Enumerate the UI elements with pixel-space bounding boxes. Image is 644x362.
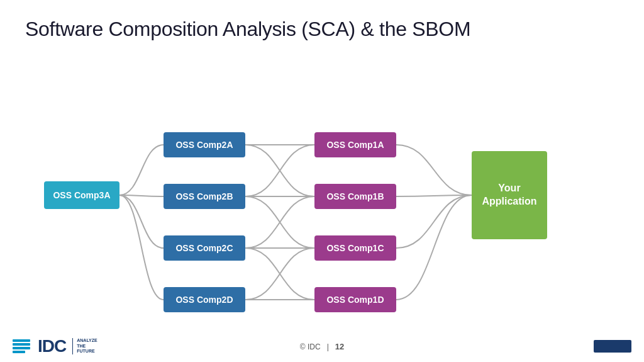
- node-comp2b: OSS Comp2B: [164, 184, 245, 209]
- node-comp1c: OSS Comp1C: [314, 235, 396, 261]
- slide-title: Software Composition Analysis (SCA) & th…: [25, 18, 470, 41]
- slide: Software Composition Analysis (SCA) & th…: [0, 0, 644, 362]
- node-comp2d: OSS Comp2D: [164, 287, 245, 312]
- node-comp3a: OSS Comp3A: [44, 181, 119, 209]
- idc-tagline: ANALYZE THE FUTURE: [72, 338, 97, 354]
- node-comp1a: OSS Comp1A: [314, 132, 396, 157]
- logo-lines-icon: [13, 339, 30, 353]
- idc-logo-text: IDC: [38, 336, 66, 356]
- node-comp1b: OSS Comp1B: [314, 184, 396, 209]
- node-comp2a: OSS Comp2A: [164, 132, 245, 157]
- footer: IDC ANALYZE THE FUTURE © IDC | 12: [0, 331, 644, 362]
- node-comp2c: OSS Comp2C: [164, 235, 245, 261]
- diagram-area: OSS Comp3A OSS Comp2A OSS Comp2B OSS Com…: [25, 76, 616, 308]
- node-your-application: Your Application: [472, 151, 547, 239]
- node-comp1d: OSS Comp1D: [314, 287, 396, 312]
- footer-accent-bar: [594, 340, 631, 353]
- logo-area: IDC ANALYZE THE FUTURE: [13, 336, 97, 356]
- footer-copyright: © IDC | 12: [300, 342, 344, 351]
